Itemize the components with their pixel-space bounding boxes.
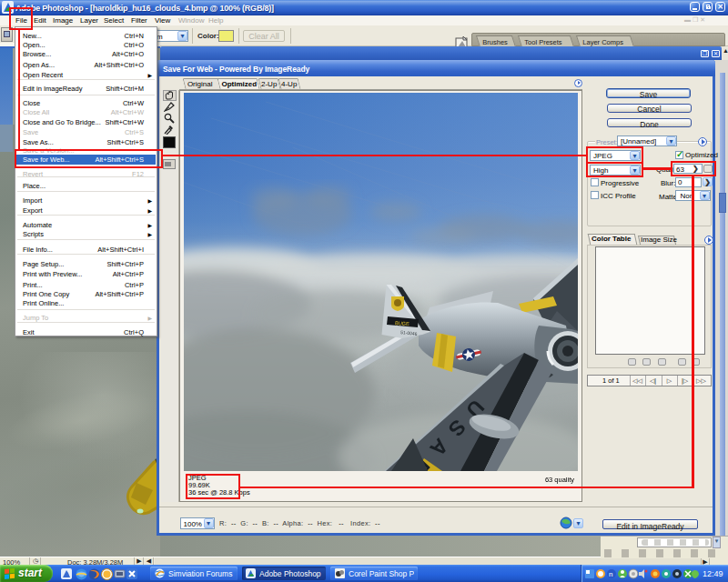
svg-text:BUGE: BUGE [394,320,409,326]
svg-text:n: n [609,570,612,578]
